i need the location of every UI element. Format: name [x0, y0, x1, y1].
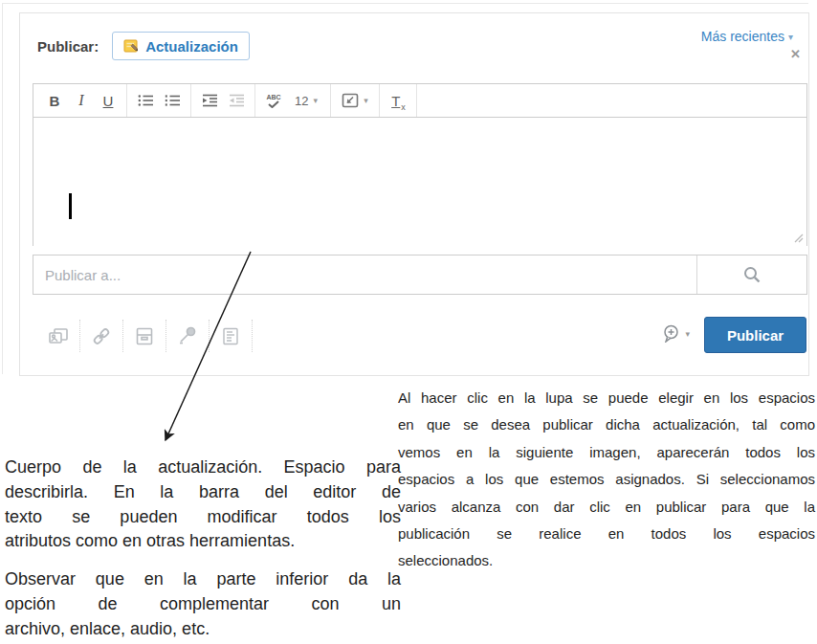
post-body-textarea[interactable] [33, 118, 806, 246]
bullet-list-icon [138, 94, 154, 107]
annotation-left-paragraph-1: Cuerpo de la actualización. Espacio para… [5, 455, 401, 554]
chevron-down-icon: ▾ [685, 329, 690, 339]
annotation-left: Cuerpo de la actualización. Espacio para… [5, 455, 401, 642]
spellcheck-button[interactable]: ABC [260, 87, 287, 114]
bullet-list-button[interactable] [132, 87, 159, 114]
note-pencil-icon [123, 38, 140, 54]
italic-button[interactable]: I [68, 87, 95, 114]
attachment-toolbar [37, 318, 253, 354]
publish-label: Publicar: [37, 38, 99, 55]
insert-media-icon [342, 93, 359, 108]
microphone-icon [176, 325, 199, 346]
post-type-tab-actualizacion[interactable]: Actualización [112, 32, 250, 60]
post-type-tab-label: Actualización [145, 38, 238, 55]
microphone-button[interactable] [166, 319, 209, 353]
poll-icon [220, 326, 241, 346]
toolbar-separator [126, 84, 127, 117]
annotation-left-paragraph-2: Observar que en la parte inferior da lao… [5, 567, 401, 641]
attach-file-icon [47, 326, 70, 346]
indent-button[interactable] [196, 87, 223, 114]
link-button[interactable] [80, 319, 122, 353]
text-cursor [69, 193, 72, 219]
post-composer-panel: Publicar: Actualización Má [19, 12, 809, 376]
indent-icon [202, 94, 218, 107]
resize-grip-icon[interactable] [792, 232, 804, 243]
chevron-down-icon: ▾ [313, 96, 318, 105]
toolbar-separator [330, 84, 331, 117]
sort-dropdown-label: Más recientes [701, 29, 784, 44]
screenshot-canvas: Publicar: Actualización Má [0, 0, 817, 644]
attachment-separator [252, 320, 253, 352]
toolbar-separator [416, 84, 417, 117]
outdent-icon [229, 94, 245, 107]
poll-button[interactable] [210, 319, 252, 353]
clear-format-icon: Tx [391, 93, 405, 109]
post-to-input[interactable] [33, 255, 696, 294]
numbered-list-icon [165, 94, 181, 107]
chevron-down-icon: ▾ [788, 32, 793, 42]
add-reaction-button[interactable]: ▾ [662, 324, 690, 343]
outer-container-top-edge [2, 3, 808, 4]
annotation-right: Al hacer clic en la lupa se puede elegir… [398, 385, 815, 575]
outdent-button[interactable] [223, 87, 250, 114]
chevron-down-icon: ▾ [364, 96, 368, 105]
font-size-select[interactable]: 12 ▾ [287, 87, 325, 114]
library-button[interactable] [123, 319, 166, 353]
publish-button[interactable]: Publicar [704, 317, 806, 353]
library-icon [134, 326, 155, 346]
post-to-field [33, 255, 807, 295]
link-icon [90, 326, 113, 346]
attach-file-button[interactable] [37, 319, 79, 353]
toolbar-separator [379, 84, 380, 117]
rich-text-editor: B I U [33, 83, 807, 246]
add-reaction-icon [662, 324, 682, 343]
close-icon[interactable]: ✕ [790, 48, 801, 60]
toolbar-separator [190, 84, 191, 117]
annotation-right-paragraph: Al hacer clic en la lupa se puede elegir… [398, 385, 815, 575]
insert-media-button[interactable]: ▾ [336, 87, 374, 114]
numbered-list-button[interactable] [159, 87, 186, 114]
font-size-value: 12 [295, 94, 308, 108]
bold-button[interactable]: B [41, 87, 68, 114]
magnifier-icon [742, 265, 762, 284]
toolbar-separator [254, 84, 255, 117]
sort-dropdown[interactable]: Más recientes ▾ [701, 29, 793, 44]
search-spaces-button[interactable] [696, 255, 806, 294]
composer-header: Publicar: Actualización [37, 32, 250, 60]
editor-toolbar: B I U [33, 84, 806, 118]
outer-container-left-edge [2, 3, 3, 374]
spellcheck-icon: ABC [266, 94, 280, 108]
underline-button[interactable]: U [95, 87, 121, 114]
clear-format-button[interactable]: Tx [385, 87, 411, 114]
